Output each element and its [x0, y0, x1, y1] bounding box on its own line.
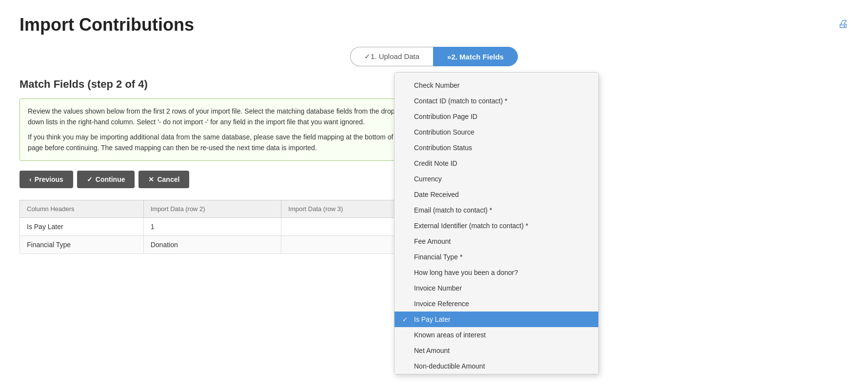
dropdown-item[interactable]: Currency: [395, 171, 598, 187]
dropdown-item[interactable]: Date Received: [395, 187, 598, 202]
dropdown-item-label: Is Pay Later: [414, 315, 451, 323]
continue-icon: ✓: [87, 176, 93, 183]
dropdown-item-label: Currency: [414, 175, 442, 183]
cancel-button[interactable]: ✕ Cancel: [138, 171, 189, 188]
page-title: Import Contributions: [20, 15, 848, 35]
info-box: Review the values shown below from the f…: [20, 98, 419, 161]
dropdown-item-label: Date Received: [414, 191, 459, 198]
col-header-2: Import Data (row 2): [143, 200, 281, 217]
dropdown-item[interactable]: ✓Is Pay Later: [395, 312, 598, 327]
dropdown-item[interactable]: Contribution Page ID: [395, 109, 598, 124]
dropdown-item-label: Invoice Number: [414, 284, 462, 292]
info-line2: If you think you may be importing additi…: [28, 132, 411, 154]
cell-col-header: Is Pay Later: [20, 217, 144, 235]
dropdown-item-label: Known areas of interest: [414, 331, 486, 339]
dropdown-item-label: Credit Note ID: [414, 159, 457, 167]
dropdown-item[interactable]: Net Amount: [395, 343, 598, 358]
dropdown-item[interactable]: Known areas of interest: [395, 327, 598, 343]
dropdown-overlay[interactable]: - do not import -Amount LabelCampaignCan…: [394, 72, 599, 374]
previous-button[interactable]: ‹ Previous: [20, 171, 73, 188]
dropdown-item[interactable]: External Identifier (match to contact) *: [395, 218, 598, 234]
cell-row2: Donation: [143, 235, 281, 254]
dropdown-item[interactable]: Contribution Status: [395, 140, 598, 156]
dropdown-item-label: Net Amount: [414, 347, 450, 354]
previous-label: Previous: [35, 176, 63, 183]
dropdown-item-label: Contact ID (match to contact) *: [414, 97, 507, 105]
cell-col-header: Financial Type: [20, 235, 144, 254]
dropdown-item-label: Cancel Reason: [414, 72, 461, 74]
dropdown-item-label: Invoice Reference: [414, 300, 469, 308]
col-header-1: Column Headers: [20, 200, 144, 217]
table-row: Financial Type Donation: [20, 235, 419, 254]
data-table: Column Headers Import Data (row 2) Impor…: [20, 200, 419, 254]
cell-row2: 1: [143, 217, 281, 235]
dropdown-item[interactable]: Fee Amount: [395, 234, 598, 249]
dropdown-item-label: Contribution Source: [414, 128, 474, 136]
dropdown-item[interactable]: Financial Type *: [395, 249, 598, 265]
step2-button[interactable]: »2. Match Fields: [433, 47, 518, 66]
print-icon[interactable]: 🖨: [838, 18, 848, 30]
dropdown-item[interactable]: Check Number: [395, 78, 598, 93]
dropdown-item[interactable]: Non-deductible Amount: [395, 358, 598, 374]
info-line1: Review the values shown below from the f…: [28, 106, 411, 128]
continue-button[interactable]: ✓ Continue: [77, 171, 135, 188]
page-wrapper: 🖨 Import Contributions ✓1. Upload Data »…: [0, 0, 868, 390]
dropdown-item[interactable]: Invoice Reference: [395, 296, 598, 312]
wizard-steps: ✓1. Upload Data »2. Match Fields: [20, 47, 848, 66]
dropdown-item-label: Contribution Status: [414, 144, 472, 152]
dropdown-item-label: Financial Type *: [414, 253, 462, 261]
dropdown-item-label: How long have you been a donor?: [414, 269, 518, 276]
dropdown-item[interactable]: Contribution Source: [395, 124, 598, 140]
table-row: Is Pay Later 1: [20, 217, 419, 235]
continue-label: Continue: [96, 176, 125, 183]
dropdown-item[interactable]: How long have you been a donor?: [395, 265, 598, 280]
step1-button[interactable]: ✓1. Upload Data: [350, 47, 433, 66]
dropdown-item-label: Check Number: [414, 81, 459, 89]
dropdown-item-label: Fee Amount: [414, 237, 451, 245]
dropdown-item[interactable]: Contact ID (match to contact) *: [395, 93, 598, 109]
dropdown-item[interactable]: Email (match to contact) *: [395, 202, 598, 218]
cancel-label: Cancel: [157, 176, 179, 183]
previous-icon: ‹: [29, 176, 32, 183]
dropdown-item[interactable]: Cancel Reason: [395, 72, 598, 78]
dropdown-item[interactable]: Invoice Number: [395, 280, 598, 296]
dropdown-item[interactable]: Credit Note ID: [395, 156, 598, 171]
dropdown-item-label: Non-deductible Amount: [414, 362, 485, 370]
cancel-icon: ✕: [148, 176, 154, 183]
dropdown-item-label: External Identifier (match to contact) *: [414, 222, 528, 230]
dropdown-item-label: Email (match to contact) *: [414, 206, 492, 214]
check-icon: ✓: [402, 316, 410, 323]
dropdown-item-label: Contribution Page ID: [414, 113, 477, 120]
